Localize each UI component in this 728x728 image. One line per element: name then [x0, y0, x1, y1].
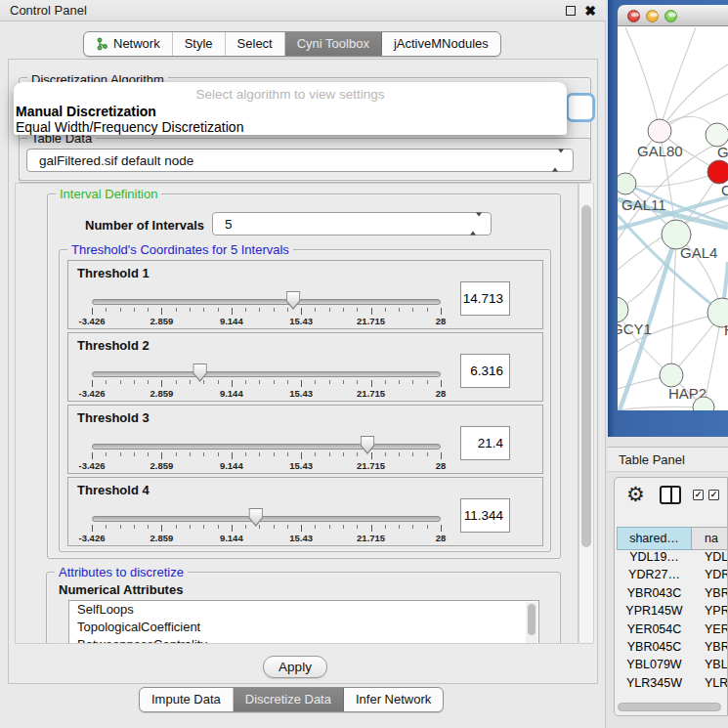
cell-name: YDL1 — [692, 550, 728, 564]
algorithm-option[interactable]: Manual Discretization — [16, 104, 156, 119]
attribute-list-item[interactable]: BetweennessCentrality — [69, 636, 538, 644]
network-window-titlebar[interactable] — [618, 5, 728, 26]
slider-scale-labels: -3.4262.8599.14415.4321.71528 — [92, 460, 441, 472]
checkbox-icon[interactable]: ✓ — [708, 490, 719, 500]
table-row[interactable]: YDL19…YDL1 — [617, 550, 728, 568]
network-node[interactable] — [648, 119, 671, 143]
tab-label: jActiveMNodules — [394, 32, 489, 56]
cell-name: YBR0 — [692, 586, 728, 600]
algorithm-option[interactable]: Equal Width/Frequency Discretization — [16, 119, 243, 135]
network-node-label: GAL4 — [680, 244, 717, 261]
cell-name: YLR3 — [692, 676, 728, 690]
threshold-label: Threshold 3 — [77, 410, 150, 425]
table-horizontal-scrollbar[interactable] — [618, 703, 721, 711]
apply-button[interactable]: Apply — [263, 656, 327, 678]
table-row[interactable]: YBR043CYBR0 — [617, 586, 728, 604]
threshold-label: Threshold 1 — [77, 266, 150, 280]
table-row[interactable]: YPR145WYPR1 — [617, 604, 728, 621]
network-canvas[interactable]: GAL80GACGAL11GAL4GCY1HHAP2 — [618, 26, 728, 410]
network-view-window: GAL80GACGAL11GAL4GCY1HHAP2 — [608, 0, 728, 437]
checkbox-icon[interactable]: ✓ — [693, 490, 704, 500]
cell-shared-name: YIL052C — [617, 694, 692, 695]
attribute-list-item[interactable]: TopologicalCoefficient — [69, 619, 538, 636]
algorithm-dropdown-popup: Select algorithm to view settings Manual… — [14, 82, 567, 135]
combo-arrows-icon — [552, 153, 564, 168]
network-node[interactable] — [618, 173, 636, 194]
attributes-group-label: Attributes to discretize — [55, 565, 188, 579]
minimize-traffic-light-icon[interactable] — [646, 10, 659, 22]
network-edge — [660, 27, 696, 131]
bottom-tab-impute-data[interactable]: Impute Data — [140, 688, 234, 711]
table-body: YDL19…YDL1YDR27…YDR2YBR043CYBR0YPR145WYP… — [617, 550, 728, 695]
network-node-label: GAL80 — [637, 143, 683, 159]
column-header-shared-name[interactable]: shared… — [617, 527, 692, 550]
tab-label: Network — [113, 32, 160, 56]
threshold-label: Threshold 2 — [77, 338, 150, 353]
bottom-tab-bar: Impute DataDiscretize DataInfer Network — [139, 687, 444, 712]
close-icon[interactable]: ✖ — [584, 1, 596, 21]
column-header-name[interactable]: na — [692, 527, 728, 550]
close-traffic-light-icon[interactable] — [627, 10, 640, 22]
table-row[interactable]: YIL052CYIL0 — [617, 694, 728, 695]
slider-scale-labels: -3.4262.8599.14415.4321.71528 — [92, 316, 441, 327]
threshold-panel: Threshold 3-3.4262.8599.14415.4321.71528… — [67, 405, 543, 474]
slider-track[interactable] — [92, 516, 441, 522]
cell-name: YDR2 — [692, 568, 728, 581]
table-data-combobox[interactable]: galFiltered.sif default node — [26, 149, 574, 172]
network-node[interactable] — [707, 160, 728, 184]
threshold-value-input[interactable]: 21.4 — [460, 426, 510, 460]
threshold-value-input[interactable]: 11.344 — [460, 498, 510, 533]
slider-scale-labels: -3.4262.8599.14415.4321.71528 — [92, 533, 441, 544]
slider-track[interactable] — [92, 444, 441, 450]
number-of-intervals-value: 5 — [225, 213, 233, 236]
control-panel-titlebar: Control Panel ✖ — [0, 0, 606, 21]
cell-shared-name: YBL079W — [617, 658, 692, 671]
cell-shared-name: YDR27… — [617, 568, 692, 581]
cell-name: YBR0 — [692, 640, 728, 654]
attribute-list-item[interactable]: SelfLoops — [69, 601, 538, 619]
bottom-tab-label: Infer Network — [356, 688, 431, 711]
cell-name: YBL0 — [692, 658, 728, 671]
split-columns-icon[interactable] — [660, 486, 681, 504]
slider-track[interactable] — [92, 299, 441, 305]
slider-ticks — [92, 308, 441, 316]
cyni-toolbox-panel: Discretization Algorithm Select algorith… — [8, 59, 598, 684]
slider-track[interactable] — [92, 371, 441, 377]
tab-select[interactable]: Select — [226, 32, 285, 56]
network-icon — [96, 37, 108, 51]
network-node[interactable] — [660, 364, 683, 387]
settings-scrollbar[interactable] — [578, 183, 594, 644]
algorithm-combobox[interactable] — [568, 95, 593, 120]
slider-ticks — [92, 525, 441, 533]
bottom-tab-discretize-data[interactable]: Discretize Data — [234, 688, 344, 711]
network-node[interactable] — [618, 297, 628, 322]
threshold-value-input[interactable]: 14.713 — [460, 281, 510, 316]
cell-name: YPR1 — [692, 604, 728, 618]
tab-label: Select — [237, 32, 273, 56]
number-of-intervals-label: Number of Intervals — [85, 218, 204, 233]
tab-network[interactable]: Network — [84, 32, 173, 56]
bottom-tab-label: Impute Data — [151, 688, 221, 711]
slider-ticks — [92, 380, 441, 388]
tab-jactivemnodules[interactable]: jActiveMNodules — [382, 32, 500, 56]
attributes-group: Attributes to discretize Numerical Attri… — [46, 572, 561, 644]
table-row[interactable]: YDR27…YDR2 — [617, 568, 728, 585]
tab-cyni-toolbox[interactable]: Cyni Toolbox — [285, 32, 382, 56]
table-row[interactable]: YLR345WYLR3 — [617, 676, 728, 694]
float-window-icon[interactable] — [566, 6, 576, 16]
slider-ticks — [92, 452, 441, 460]
table-row[interactable]: YER054CYER0 — [617, 622, 728, 640]
numerical-attributes-label: Numerical Attributes — [59, 582, 183, 597]
zoom-traffic-light-icon[interactable] — [664, 10, 677, 22]
attributes-scrollbar[interactable] — [526, 602, 537, 644]
number-of-intervals-spinner[interactable]: 5 — [212, 212, 492, 236]
tab-style[interactable]: Style — [173, 32, 226, 56]
table-row[interactable]: YBL079WYBL0 — [617, 658, 728, 675]
gear-icon[interactable]: ⚙ — [626, 483, 645, 506]
cell-name: YER0 — [692, 622, 728, 636]
table-row[interactable]: YBR045CYBR0 — [617, 640, 728, 658]
numerical-attributes-list[interactable]: SelfLoopsTopologicalCoefficientBetweenne… — [68, 600, 539, 644]
cell-shared-name: YPR145W — [617, 604, 692, 618]
bottom-tab-infer-network[interactable]: Infer Network — [344, 688, 443, 711]
threshold-value-input[interactable]: 6.316 — [460, 354, 510, 388]
